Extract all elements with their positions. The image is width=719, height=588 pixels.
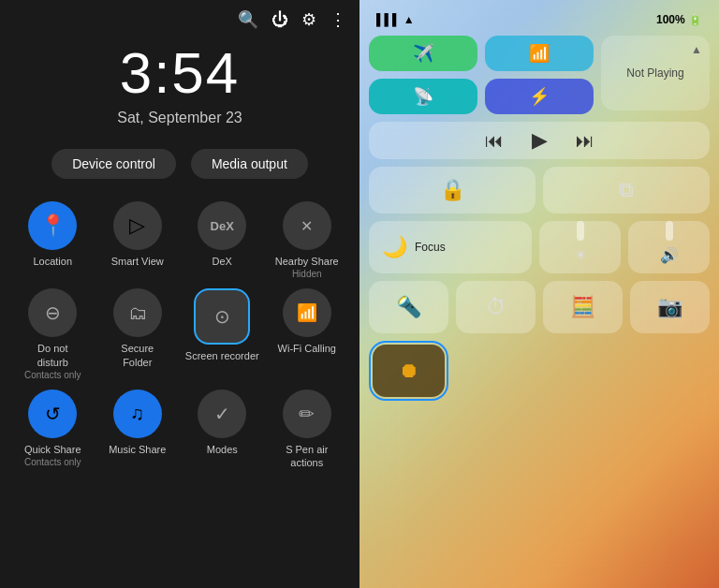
- play-icon[interactable]: ▶: [532, 128, 548, 153]
- ios-now-playing-tile[interactable]: ▲ Not Playing: [601, 36, 710, 110]
- ios-row-5: ⏺: [369, 341, 710, 401]
- airplane-icon: ✈️: [413, 43, 433, 64]
- tile-dex-label: DeX: [213, 255, 232, 268]
- tile-dex[interactable]: DeX DeX: [184, 201, 260, 279]
- ios-cellular-tile[interactable]: 📡: [369, 79, 477, 114]
- tile-wifi-calling-label: Wi-Fi Calling: [278, 342, 336, 355]
- ios-row-2: 🔒 ⧉: [369, 167, 710, 213]
- tile-wifi-calling[interactable]: 📶 Wi-Fi Calling: [270, 288, 345, 380]
- music-share-icon: ♫: [113, 390, 162, 438]
- android-tiles: 📍 Location ▷ Smart View DeX DeX ✕ Nearby…: [0, 186, 360, 469]
- media-output-button[interactable]: Media output: [191, 149, 308, 179]
- rewind-icon[interactable]: ⏮: [485, 130, 504, 152]
- power-icon[interactable]: ⏻: [271, 10, 288, 30]
- ios-wifi-bt-pair: 📶 ⚡: [485, 36, 594, 114]
- timer-icon: ⏱: [486, 295, 506, 319]
- tile-nearby-share-sublabel: Hidden: [292, 269, 322, 279]
- tile-music-share[interactable]: ♫ Music Share: [100, 390, 176, 470]
- not-playing-label: Not Playing: [623, 63, 687, 83]
- flashlight-icon: 🔦: [396, 295, 421, 319]
- ios-row-3: 🌙 Focus ☀ 🔊: [369, 221, 710, 273]
- ios-screen-record-wrapper: ⏺: [369, 341, 448, 401]
- ios-camera-tile[interactable]: 📷: [630, 281, 710, 333]
- tile-quick-share-sublabel: Contacts only: [24, 457, 81, 467]
- ios-bluetooth-tile[interactable]: ⚡: [485, 79, 594, 114]
- fast-forward-icon[interactable]: ⏭: [576, 130, 594, 152]
- dnd-icon: ⊖: [28, 288, 77, 337]
- ios-media-controls[interactable]: ⏮ ▶ ⏭: [369, 122, 710, 159]
- ios-connectivity-pair: ✈️ 📡: [369, 36, 477, 114]
- volume-bar: [666, 221, 673, 241]
- s-pen-icon: ✏: [283, 390, 331, 438]
- ios-control-center: ▌▌▌ ▲ 100% 🔋 ✈️ 📡 📶 ⚡: [360, 0, 719, 401]
- search-icon[interactable]: 🔍: [238, 9, 258, 30]
- tile-modes[interactable]: ✓ Modes: [184, 390, 260, 470]
- tile-screen-recorder[interactable]: ⊙ Screen recorder: [184, 288, 260, 380]
- tile-smart-view-label: Smart View: [111, 255, 164, 268]
- nearby-share-icon: ✕: [283, 201, 331, 250]
- screen-record-icon: ⏺: [399, 359, 419, 383]
- rotation-lock-icon: 🔒: [440, 178, 465, 202]
- tile-nearby-share-label: Nearby Share: [275, 255, 339, 268]
- volume-icon: 🔊: [660, 246, 679, 264]
- android-quick-buttons: Device control Media output: [0, 149, 360, 179]
- brightness-bar: [577, 221, 584, 241]
- tile-quick-share[interactable]: ↺ Quick Share Contacts only: [15, 390, 91, 470]
- ios-screen-record-tile[interactable]: ⏺: [373, 345, 445, 397]
- location-icon: 📍: [28, 201, 77, 250]
- ios-signal: ▌▌▌ ▲: [376, 13, 415, 26]
- tile-quick-share-label: Quick Share: [24, 443, 81, 456]
- device-control-button[interactable]: Device control: [51, 149, 176, 179]
- focus-moon-icon: 🌙: [382, 235, 407, 259]
- media-controls-row: ⏮ ▶ ⏭: [369, 125, 710, 156]
- ios-airplane-tile[interactable]: ✈️: [369, 36, 477, 71]
- tile-smart-view[interactable]: ▷ Smart View: [100, 201, 176, 279]
- tile-dnd[interactable]: ⊖ Do notdisturb Contacts only: [15, 288, 91, 380]
- ios-status-bar: ▌▌▌ ▲ 100% 🔋: [369, 9, 710, 30]
- tile-nearby-share[interactable]: ✕ Nearby Share Hidden: [270, 201, 345, 279]
- ios-brightness-tile[interactable]: ☀: [539, 221, 621, 273]
- airplay-icon: ▲: [691, 43, 702, 56]
- wifi-calling-icon: 📶: [283, 288, 331, 337]
- tile-secure-folder[interactable]: 🗂 SecureFolder: [100, 288, 176, 380]
- dex-icon: DeX: [198, 201, 246, 250]
- screen-mirror-icon: ⧉: [619, 178, 634, 202]
- calculator-icon: 🧮: [570, 295, 595, 319]
- ios-focus-label: Focus: [415, 241, 446, 254]
- smart-view-icon: ▷: [113, 201, 162, 250]
- cellular-icon: 📡: [413, 86, 433, 107]
- quick-share-icon: ↺: [28, 390, 77, 438]
- ios-volume-tile[interactable]: 🔊: [628, 221, 710, 273]
- android-date: Sat, September 23: [0, 110, 360, 126]
- brightness-icon: ☀: [574, 246, 587, 264]
- settings-icon[interactable]: ⚙: [301, 9, 316, 30]
- tile-dnd-label: Do notdisturb: [37, 342, 68, 369]
- more-icon[interactable]: ⋮: [330, 9, 346, 30]
- modes-icon: ✓: [198, 390, 246, 438]
- screen-recorder-icon: ⊙: [194, 288, 250, 345]
- tile-modes-label: Modes: [207, 443, 238, 456]
- ios-battery: 100% 🔋: [656, 13, 702, 26]
- ios-timer-tile[interactable]: ⏱: [456, 281, 536, 333]
- ios-flashlight-tile[interactable]: 🔦: [369, 281, 448, 333]
- ios-calculator-tile[interactable]: 🧮: [543, 281, 623, 333]
- ios-row-1: ✈️ 📡 📶 ⚡ ▲ Not Playing: [369, 36, 710, 114]
- tile-s-pen[interactable]: ✏ S Pen air actions: [270, 390, 345, 470]
- android-panel: 🔍 ⏻ ⚙ ⋮ 3:54 Sat, September 23 Device co…: [0, 0, 360, 588]
- tile-screen-recorder-label: Screen recorder: [185, 349, 259, 362]
- tile-music-share-label: Music Share: [109, 443, 166, 456]
- ios-panel: ▌▌▌ ▲ 100% 🔋 ✈️ 📡 📶 ⚡: [360, 0, 719, 588]
- ios-row-4: 🔦 ⏱ 🧮 📷: [369, 281, 710, 333]
- tile-secure-folder-label: SecureFolder: [121, 342, 154, 369]
- camera-icon: 📷: [657, 295, 682, 319]
- tile-s-pen-label: S Pen air actions: [270, 443, 345, 470]
- ios-screen-mirror-tile[interactable]: ⧉: [543, 167, 710, 213]
- ios-wifi-tile[interactable]: 📶: [485, 36, 594, 71]
- secure-folder-icon: 🗂: [113, 288, 162, 337]
- ios-focus-tile[interactable]: 🌙 Focus: [369, 221, 532, 273]
- tile-dnd-sublabel: Contacts only: [24, 370, 81, 380]
- ios-rotation-lock-tile[interactable]: 🔒: [369, 167, 536, 213]
- android-top-bar: 🔍 ⏻ ⚙ ⋮: [0, 0, 360, 30]
- tile-location[interactable]: 📍 Location: [15, 201, 91, 279]
- android-time: 3:54: [0, 39, 360, 106]
